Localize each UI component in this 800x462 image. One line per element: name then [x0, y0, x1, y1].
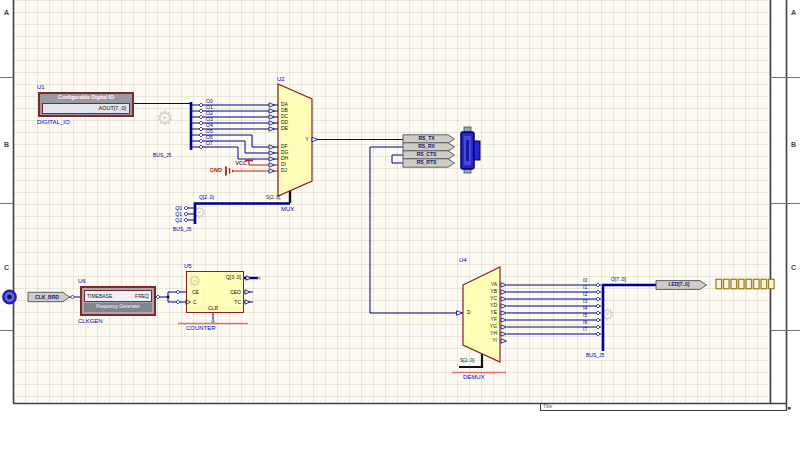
bus-name-label-1: BUS_J5: [153, 153, 171, 158]
mux-pin-y: Y: [294, 137, 309, 143]
bus-select[interactable]: [195, 204, 290, 225]
title-block-mark: [788, 407, 791, 410]
demux-pin-YF: YF: [474, 317, 497, 322]
demux-pin-YI: YI: [474, 338, 497, 343]
counter-pins[interactable]: [186, 276, 261, 323]
net-label-Q2: Q2: [168, 218, 182, 223]
bus-entry-diamond: [596, 304, 600, 308]
demux-pin-YE: YE: [474, 310, 497, 315]
net-label-I0: I0: [583, 278, 587, 283]
bus-entry-diamond: [184, 206, 188, 210]
led-pad-3[interactable]: [739, 279, 745, 288]
bus-led[interactable]: [603, 285, 656, 351]
wire-freq-to-counter[interactable]: [156, 292, 186, 302]
pin-arrow: [501, 318, 507, 322]
port-label-rs_tx: RS_TX: [404, 136, 449, 141]
net-label-O6: O6: [206, 135, 213, 140]
bus-entry-diamond: [199, 121, 203, 125]
demux-pin-YD: YD: [474, 303, 497, 308]
led-pad-7[interactable]: [769, 279, 775, 288]
zone-letter-left-A: A: [1, 9, 12, 16]
pin-arrow: [501, 304, 507, 308]
net-label-O7: O7: [206, 141, 213, 146]
net-label-I6: I6: [583, 320, 587, 325]
pin-arrow: [269, 151, 275, 155]
net-label-I5: I5: [583, 313, 587, 318]
bus-entry-diamond: [184, 212, 188, 216]
counter-designator[interactable]: U5: [184, 263, 192, 269]
net-label-I3: I3: [583, 299, 587, 304]
net-label-I4: I4: [583, 306, 587, 311]
clkgen-designator[interactable]: U6: [78, 278, 86, 284]
wire-cts-rts-loop[interactable]: [392, 155, 403, 163]
bus-entry-diamond: [199, 133, 203, 137]
bus-name-label-3: BUS_J5: [586, 353, 604, 358]
net-label-O2: O2: [206, 111, 213, 116]
bus-entry-diamond: [596, 311, 600, 315]
demux-designator[interactable]: U4: [459, 257, 467, 263]
mux-pin-DE: DE: [281, 126, 288, 131]
bus-entry-diamond: [71, 295, 75, 299]
pin-arrow: [269, 109, 275, 113]
mux-name[interactable]: MUX: [281, 206, 294, 212]
bus-entry-diamond: [596, 297, 600, 301]
pin-arrow: [501, 332, 507, 336]
bus-entry-diamond: [596, 332, 600, 336]
net-label-Q1: Q1: [168, 212, 182, 217]
clk-source-icon-core: [7, 295, 12, 300]
pin-arrow: [501, 290, 507, 294]
mux-designator[interactable]: U2: [277, 76, 285, 82]
pin-arrow: [269, 115, 275, 119]
sheet-border: [13, 0, 787, 410]
bus-entry-diamond: [596, 318, 600, 322]
bus-entry-diamond: [176, 300, 180, 304]
pin-arrow: [501, 325, 507, 329]
led-pad-0[interactable]: [716, 279, 722, 288]
led-pad-1[interactable]: [724, 279, 730, 288]
db9-connector-icon[interactable]: [461, 127, 480, 173]
demux-pin-YG: YG: [474, 324, 497, 329]
digital-io-designator[interactable]: U1: [37, 84, 45, 90]
pin-arrow: [501, 297, 507, 301]
pin-arrow: [501, 311, 507, 315]
net-label-O4: O4: [206, 123, 213, 128]
port-label-rs_rts: RS_RTS: [404, 160, 449, 165]
wire-rsrx-to-demux[interactable]: [370, 147, 463, 313]
bus-entry-diamond: [176, 290, 180, 294]
led-pad-6[interactable]: [761, 279, 767, 288]
bus-entry-diamond: [596, 325, 600, 329]
led-pad-2[interactable]: [731, 279, 737, 288]
zone-dividers: [0, 78, 800, 331]
pin-arrow: [269, 145, 275, 149]
bus-entry-diamond: [596, 290, 600, 294]
mux-pin-DJ: DJ: [281, 168, 287, 173]
clkgen-name[interactable]: CLKGEN: [78, 318, 103, 324]
bus-entry-diamond: [156, 295, 160, 299]
bus-entry-diamond: [199, 103, 203, 107]
led-pad-5[interactable]: [754, 279, 760, 288]
net-label-I2: I2: [583, 292, 587, 297]
net-label-Q0: Q0: [168, 206, 182, 211]
junction-dot: [167, 296, 170, 299]
demux-d-pin-arrow: [457, 311, 463, 315]
demux-pin-YH: YH: [474, 331, 497, 336]
net-label-O3: O3: [206, 117, 213, 122]
demux-select-label: S[2..0]: [460, 358, 474, 363]
demux-pin-YB: YB: [474, 289, 497, 294]
digital-io-name[interactable]: DIGITAL_IO: [37, 119, 70, 125]
net-label-O0: O0: [206, 99, 213, 104]
title-block-label: Title: [543, 404, 552, 409]
pin-arrow: [501, 339, 507, 343]
demux-pin-d: D: [467, 310, 471, 315]
demux-pin-YA: YA: [474, 282, 497, 287]
demux-name[interactable]: DEMUX: [463, 374, 485, 380]
zone-letter-left-B: B: [1, 141, 12, 148]
port-label-rs_cts: RS_CTS: [404, 152, 449, 157]
port-clk-brd-label: CLK_BRD: [29, 295, 65, 300]
gnd-label: GND: [202, 168, 222, 174]
mux-y-pin-arrow: [312, 137, 318, 141]
bus-entry-diamond: [199, 109, 203, 113]
counter-name[interactable]: COUNTER: [186, 325, 216, 331]
led-pad-4[interactable]: [746, 279, 752, 288]
mux-select-label: S[2..0]: [266, 195, 280, 200]
